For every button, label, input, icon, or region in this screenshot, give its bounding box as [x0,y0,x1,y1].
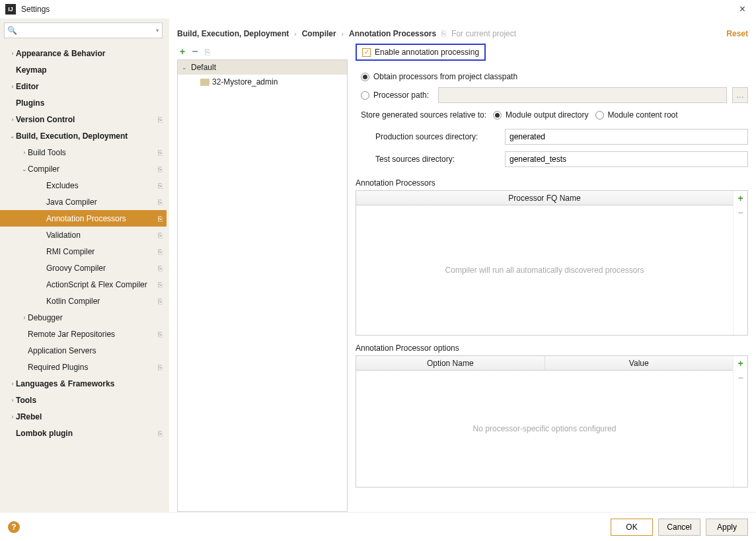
checkbox-checked-icon[interactable]: ✓ [362,48,371,57]
titlebar: IJ Settings × [0,0,756,18]
tree-item[interactable]: Kotlin Compiler⎘ [0,293,167,309]
search-box[interactable]: 🔍 ▾ [4,22,163,38]
radio-off-icon[interactable] [595,111,604,120]
reset-button[interactable]: Reset [726,29,748,38]
tree-item[interactable]: Groovy Compiler⎘ [0,260,167,276]
tree-item[interactable]: RMI Compiler⎘ [0,243,167,260]
tree-item[interactable]: ⌄Compiler⎘ [0,161,167,177]
form-panel: ✓ Enable annotation processing Obtain pr… [353,44,748,512]
opt-side-toolbar: + − [733,356,747,487]
tree-item[interactable]: Annotation Processors⎘ [0,210,167,227]
ap-empty-text: Compiler will run all automatically disc… [356,205,733,335]
enable-label: Enable annotation processing [375,48,479,57]
project-scope-icon: ⎘ [158,297,163,305]
tree-item[interactable]: Required Plugins⎘ [0,359,167,375]
main-area: 🔍 ▾ ›Appearance & BehaviorKeymap›EditorP… [0,18,756,512]
project-scope-icon: ⎘ [158,182,163,190]
tree-item-label: Application Servers [28,346,163,355]
tree-item-label: Build, Execution, Deployment [16,131,163,141]
close-icon[interactable]: × [734,3,751,15]
profile-label: Default [191,63,216,72]
tree-item-label: Kotlin Compiler [46,297,155,306]
tree-item-label: ActionScript & Flex Compiler [46,280,155,289]
profile-tree[interactable]: ⌄ Default 32-Mystore_admin [177,59,348,512]
cancel-button[interactable]: Cancel [658,519,700,536]
tree-item-label: Remote Jar Repositories [28,330,155,339]
module-output-radio[interactable]: Module output directory [493,110,588,120]
chevron-icon: › [21,149,28,156]
profile-default[interactable]: ⌄ Default [178,60,347,75]
radio-off-icon[interactable] [361,91,369,100]
radio-on-icon[interactable] [361,73,369,81]
ap-remove-icon[interactable]: − [734,205,747,220]
test-dir-input[interactable] [505,151,748,167]
chevron-icon: › [9,116,16,123]
profile-project[interactable]: 32-Mystore_admin [178,75,347,89]
opt-col-name[interactable]: Option Name [356,356,545,370]
settings-tree-panel: 🔍 ▾ ›Appearance & BehaviorKeymap›EditorP… [0,18,169,512]
project-scope-icon: ⎘ [158,165,163,173]
tree-item-label: Lombok plugin [16,429,155,438]
tree-item-label: Validation [46,231,155,240]
breadcrumb: Build, Execution, Deployment › Compiler … [177,24,748,44]
enable-annotation-row[interactable]: ✓ Enable annotation processing [356,44,486,61]
tree-item[interactable]: Keymap [0,61,167,78]
processor-path-row[interactable]: Processor path: … [356,86,748,104]
module-root-label: Module content root [608,110,678,120]
tree-item-label: Required Plugins [28,363,155,372]
opt-add-icon[interactable]: + [734,356,747,371]
tree-item[interactable]: ›Version Control⎘ [0,111,167,127]
tree-item[interactable]: ActionScript & Flex Compiler⎘ [0,276,167,293]
tree-item[interactable]: ›Languages & Frameworks [0,375,167,392]
prod-dir-input[interactable] [505,129,748,145]
browse-button[interactable]: … [732,87,748,103]
content-row: + − ⎘ ⌄ Default 32-Mystore_admin [177,44,748,512]
tree-item[interactable]: Lombok plugin⎘ [0,425,167,441]
remove-profile-icon[interactable]: − [192,46,198,57]
ap-add-icon[interactable]: + [734,191,747,205]
tree-item[interactable]: ›Editor [0,78,167,94]
help-icon[interactable]: ? [8,521,20,533]
test-dir-label: Test sources directory: [375,155,498,164]
tree-item[interactable]: Remote Jar Repositories⎘ [0,326,167,342]
project-scope-icon: ⎘ [158,149,163,157]
copy-profile-icon[interactable]: ⎘ [205,47,210,57]
tree-item[interactable]: Java Compiler⎘ [0,194,167,210]
tree-item[interactable]: ›Build Tools⎘ [0,144,167,161]
test-dir-row: Test sources directory: [356,148,748,170]
tree-item[interactable]: ⌄Build, Execution, Deployment [0,127,167,144]
search-input[interactable] [20,26,156,35]
radio-on-icon[interactable] [493,111,502,120]
search-dropdown-icon[interactable]: ▾ [156,27,159,34]
tree-item[interactable]: Validation⎘ [0,227,167,243]
app-icon: IJ [5,4,16,15]
breadcrumb-item[interactable]: Compiler [302,29,336,38]
add-profile-icon[interactable]: + [180,46,185,57]
ok-button[interactable]: OK [611,519,653,536]
search-icon: 🔍 [7,26,17,35]
breadcrumb-item[interactable]: Build, Execution, Deployment [177,29,289,38]
opt-remove-icon[interactable]: − [734,371,747,385]
processor-path-label: Processor path: [373,90,429,100]
project-scope-icon: ⎘ [158,231,163,239]
ap-col-fqname[interactable]: Processor FQ Name [356,191,733,205]
tree-item[interactable]: ›Tools [0,392,167,408]
opt-col-value[interactable]: Value [545,356,734,370]
ap-table: Processor FQ Name Compiler will run all … [356,190,748,336]
chevron-down-icon: ⌄ [182,64,188,71]
settings-content: Build, Execution, Deployment › Compiler … [169,18,756,512]
tree-item[interactable]: ›Appearance & Behavior [0,45,167,61]
module-output-label: Module output directory [506,110,588,120]
tree-item[interactable]: ›JRebel [0,408,167,425]
tree-item[interactable]: Plugins [0,94,167,111]
apply-button[interactable]: Apply [706,519,748,536]
tree-item-label: Keymap [16,65,163,75]
tree-item[interactable]: Excludes⎘ [0,177,167,194]
tree-item-label: Plugins [16,98,163,108]
settings-tree[interactable]: ›Appearance & BehaviorKeymap›EditorPlugi… [0,42,167,512]
tree-item[interactable]: ›Debugger [0,309,167,326]
module-root-radio[interactable]: Module content root [595,110,678,120]
tree-item[interactable]: Application Servers [0,342,167,359]
project-scope-icon: ⎘ [158,363,163,371]
obtain-classpath-row[interactable]: Obtain processors from project classpath [356,67,748,86]
